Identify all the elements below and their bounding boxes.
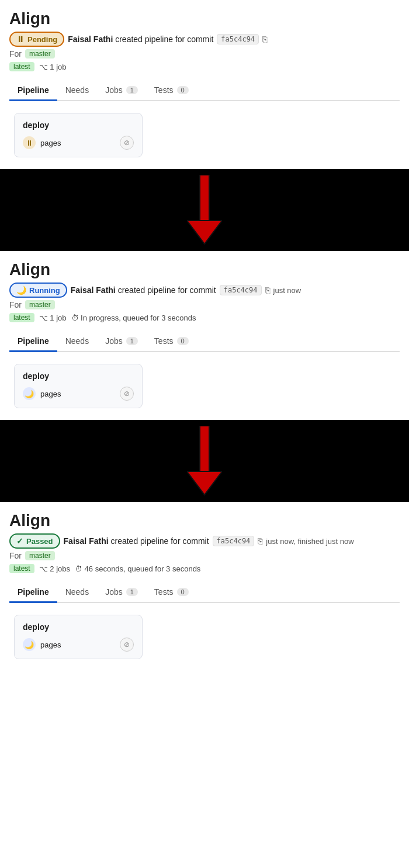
page-title-2: Align xyxy=(9,260,400,279)
author-2: Faisal Fathi created pipeline for commit xyxy=(71,285,216,295)
status-row-3: ✓ Passed Faisal Fathi created pipeline f… xyxy=(9,533,400,549)
jobs-info-3: ⌥ 2 jobs xyxy=(39,564,70,573)
copy-icon-2[interactable]: ⎘ xyxy=(265,285,270,295)
tab-tests-count-3: 0 xyxy=(177,588,189,596)
svg-rect-2 xyxy=(200,426,209,471)
tab-jobs-3[interactable]: Jobs 1 xyxy=(97,583,146,603)
for-row-3: For master xyxy=(9,551,400,560)
tabs-1: Pipeline Needs Jobs 1 Tests 0 xyxy=(9,81,400,101)
arrow-svg-1 xyxy=(187,175,222,245)
job-icon-passed-3: 🌙 xyxy=(23,638,36,651)
panel-running: Align 🌙 Running Faisal Fathi created pip… xyxy=(0,251,409,420)
jobs-row-2: latest ⌥ 1 job ⏱ In progress, queued for… xyxy=(9,313,400,322)
status-row-2: 🌙 Running Faisal Fathi created pipeline … xyxy=(9,283,400,298)
jobs-row-3: latest ⌥ 2 jobs ⏱ 46 seconds, queued for… xyxy=(9,564,400,573)
pending-icon: ⏸ xyxy=(16,35,25,44)
job-icon-running-2: 🌙 xyxy=(23,387,36,400)
jobs-info-2: ⌥ 1 job xyxy=(39,314,67,322)
panel-passed: Align ✓ Passed Faisal Fathi created pipe… xyxy=(0,502,409,671)
latest-badge-2: latest xyxy=(9,313,34,322)
time-text-2: just now xyxy=(273,286,301,295)
pipeline-area-1: deploy ⏸ pages ⊘ xyxy=(9,113,400,157)
big-arrow-1 xyxy=(187,175,222,245)
pipeline-area-2: deploy 🌙 pages ⊘ xyxy=(9,364,400,408)
tab-jobs-2[interactable]: Jobs 1 xyxy=(97,332,146,352)
tab-pipeline-1[interactable]: Pipeline xyxy=(9,81,57,101)
job-row-3: 🌙 pages ⊘ xyxy=(23,638,134,652)
for-row-2: For master xyxy=(9,300,400,309)
tab-pipeline-2[interactable]: Pipeline xyxy=(9,332,57,352)
tab-tests-count-1: 0 xyxy=(177,86,189,94)
copy-icon-1[interactable]: ⎘ xyxy=(262,35,267,44)
job-icon-pending-1: ⏸ xyxy=(23,136,36,149)
tab-jobs-1[interactable]: Jobs 1 xyxy=(97,81,146,101)
jobs-row-1: latest ⌥ 1 job xyxy=(9,62,400,71)
cancel-btn-2[interactable]: ⊘ xyxy=(120,387,134,401)
jobs-info-1: ⌥ 1 job xyxy=(39,63,67,71)
status-badge-running: 🌙 Running xyxy=(9,283,67,298)
for-label-3: For xyxy=(9,551,22,560)
for-label-1: For xyxy=(9,49,22,58)
tab-jobs-count-3: 1 xyxy=(126,588,138,596)
status-row-1: ⏸ Pending Faisal Fathi created pipeline … xyxy=(9,32,400,47)
status-badge-pending: ⏸ Pending xyxy=(9,32,64,47)
author-3: Faisal Fathi created pipeline for commit xyxy=(64,536,209,546)
branch-badge-3[interactable]: master xyxy=(25,551,55,560)
stage-title-1: deploy xyxy=(23,120,134,130)
arrow-svg-2 xyxy=(187,426,222,496)
branch-badge-2[interactable]: master xyxy=(25,300,55,309)
status-label-pending: Pending xyxy=(27,35,57,44)
tab-needs-1[interactable]: Needs xyxy=(57,81,97,101)
arrow-divider-2 xyxy=(0,420,409,502)
passed-icon: ✓ xyxy=(16,536,23,546)
tab-jobs-count-1: 1 xyxy=(126,86,138,94)
running-icon: 🌙 xyxy=(16,285,26,295)
stage-card-3: deploy 🌙 pages ⊘ xyxy=(14,615,143,659)
tab-jobs-count-2: 1 xyxy=(126,337,138,345)
branch-badge-1[interactable]: master xyxy=(25,49,55,58)
job-name-1[interactable]: pages xyxy=(40,139,115,147)
svg-rect-0 xyxy=(200,175,209,221)
job-name-3[interactable]: pages xyxy=(40,640,115,649)
for-label-2: For xyxy=(9,300,22,309)
panel-pending: Align ⏸ Pending Faisal Fathi created pip… xyxy=(0,0,409,169)
stage-title-3: deploy xyxy=(23,622,134,632)
latest-badge-1: latest xyxy=(9,62,34,71)
progress-info-3: ⏱ 46 seconds, queued for 3 seconds xyxy=(75,564,200,573)
arrow-divider-1 xyxy=(0,169,409,251)
author-1: Faisal Fathi created pipeline for commit xyxy=(68,35,213,44)
cancel-btn-3[interactable]: ⊘ xyxy=(120,638,134,652)
for-row-1: For master xyxy=(9,49,400,58)
status-label-running: Running xyxy=(29,286,60,295)
commit-hash-1: fa5c4c94 xyxy=(217,34,259,44)
tab-tests-2[interactable]: Tests 0 xyxy=(146,332,197,352)
svg-marker-3 xyxy=(187,471,222,495)
tab-needs-2[interactable]: Needs xyxy=(57,332,97,352)
job-row-1: ⏸ pages ⊘ xyxy=(23,136,134,150)
tabs-2: Pipeline Needs Jobs 1 Tests 0 xyxy=(9,332,400,352)
tabs-3: Pipeline Needs Jobs 1 Tests 0 xyxy=(9,583,400,603)
stage-card-1: deploy ⏸ pages ⊘ xyxy=(14,113,143,157)
latest-badge-3: latest xyxy=(9,564,34,573)
big-arrow-2 xyxy=(187,426,222,496)
cancel-btn-1[interactable]: ⊘ xyxy=(120,136,134,150)
pipeline-area-3: deploy 🌙 pages ⊘ xyxy=(9,615,400,659)
page-title-3: Align xyxy=(9,511,400,530)
tab-needs-3[interactable]: Needs xyxy=(57,583,97,603)
time-text-3: just now, finished just now xyxy=(266,537,353,546)
tab-tests-1[interactable]: Tests 0 xyxy=(146,81,197,101)
job-name-2[interactable]: pages xyxy=(40,390,115,398)
stage-title-2: deploy xyxy=(23,371,134,381)
page-title-1: Align xyxy=(9,9,400,28)
svg-marker-1 xyxy=(187,221,222,244)
tab-tests-3[interactable]: Tests 0 xyxy=(146,583,197,603)
progress-info-2: ⏱ In progress, queued for 3 seconds xyxy=(71,314,196,322)
job-row-2: 🌙 pages ⊘ xyxy=(23,387,134,401)
stage-card-2: deploy 🌙 pages ⊘ xyxy=(14,364,143,408)
tab-pipeline-3[interactable]: Pipeline xyxy=(9,583,57,603)
status-badge-passed: ✓ Passed xyxy=(9,533,60,549)
tab-tests-count-2: 0 xyxy=(177,337,189,345)
commit-hash-2: fa5c4c94 xyxy=(220,285,262,295)
copy-icon-3[interactable]: ⎘ xyxy=(258,536,262,546)
commit-hash-3: fa5c4c94 xyxy=(213,536,255,546)
